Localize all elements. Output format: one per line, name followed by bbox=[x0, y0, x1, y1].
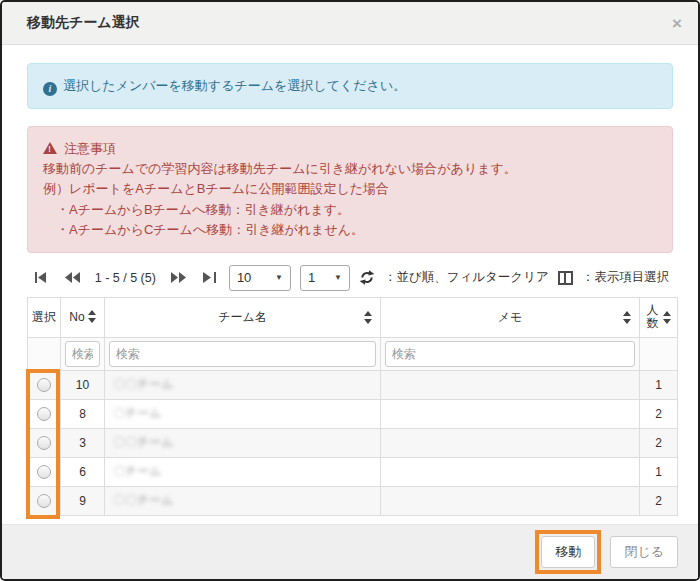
page-number-select[interactable]: 1 ▼ bbox=[300, 265, 350, 291]
team-radio[interactable] bbox=[37, 436, 51, 450]
warning-alert-line: ・AチームからCチームへ移動：引き継がれません。 bbox=[43, 220, 657, 240]
filter-cell-select bbox=[28, 337, 61, 370]
modal-footer: 移動 閉じる bbox=[2, 524, 698, 579]
no-cell: 10 bbox=[61, 370, 105, 399]
no-cell: 9 bbox=[61, 486, 105, 515]
count-cell: 2 bbox=[640, 399, 678, 428]
last-page-icon bbox=[203, 272, 216, 283]
table-row: 3 〇〇チーム 2 bbox=[28, 428, 678, 457]
close-button[interactable]: 閉じる bbox=[610, 536, 678, 568]
warning-alert-title: 注意事項 bbox=[64, 141, 116, 156]
warning-triangle-icon: ! bbox=[43, 142, 57, 154]
memo-cell bbox=[381, 428, 640, 457]
team-radio[interactable] bbox=[37, 465, 51, 479]
first-page-icon bbox=[35, 272, 48, 283]
column-select-label: ：表示項目選択 bbox=[582, 269, 670, 286]
chevron-down-icon: ▼ bbox=[275, 273, 283, 282]
first-page-button[interactable] bbox=[31, 270, 52, 285]
team-name-blurred: 〇〇チーム bbox=[113, 493, 174, 507]
count-cell: 2 bbox=[640, 486, 678, 515]
table-header-row: 選択 No チーム名 メモ 人数 bbox=[28, 297, 678, 337]
filter-cell-count bbox=[640, 337, 678, 370]
team-name-blurred: 〇チーム bbox=[113, 406, 162, 420]
no-filter-input[interactable] bbox=[65, 341, 100, 367]
filter-cell-team bbox=[105, 337, 381, 370]
filter-cell-no bbox=[61, 337, 105, 370]
count-cell: 1 bbox=[640, 370, 678, 399]
memo-filter-input[interactable] bbox=[385, 341, 635, 367]
next-page-button[interactable] bbox=[167, 270, 190, 285]
column-header-select: 選択 bbox=[28, 297, 61, 337]
column-select-button[interactable] bbox=[558, 271, 573, 285]
sort-filter-clear-label: ：並び順、フィルタークリア bbox=[384, 269, 549, 286]
team-radio[interactable] bbox=[37, 407, 51, 421]
table-filter-row bbox=[28, 337, 678, 370]
sort-icon bbox=[623, 311, 631, 324]
table-row: 8 〇チーム 2 bbox=[28, 399, 678, 428]
team-name-blurred: 〇〇チーム bbox=[113, 435, 174, 449]
team-select-modal: 移動先チーム選択 × i選択したメンバーを移動するチームを選択してください。 !… bbox=[0, 0, 700, 581]
memo-cell bbox=[381, 370, 640, 399]
team-filter-input[interactable] bbox=[109, 341, 376, 367]
team-name-blurred: 〇チーム bbox=[113, 464, 162, 478]
count-cell: 2 bbox=[640, 428, 678, 457]
no-cell: 6 bbox=[61, 457, 105, 486]
page-size-value: 10 bbox=[237, 270, 251, 285]
warning-alert: !注意事項 移動前のチームでの学習内容は移動先チームに引き継がれない場合がありま… bbox=[27, 126, 673, 253]
next-page-icon bbox=[171, 272, 186, 283]
filter-cell-memo bbox=[381, 337, 640, 370]
team-name-blurred: 〇〇チーム bbox=[113, 377, 174, 391]
info-circle-icon: i bbox=[43, 82, 57, 96]
no-cell: 8 bbox=[61, 399, 105, 428]
column-header-count[interactable]: 人数 bbox=[640, 297, 678, 337]
sort-icon bbox=[663, 311, 671, 324]
team-radio[interactable] bbox=[37, 494, 51, 508]
sort-icon bbox=[88, 310, 96, 323]
warning-alert-line: 例）レポートをAチームとBチームに公開範囲設定した場合 bbox=[43, 179, 657, 199]
modal-body: i選択したメンバーを移動するチームを選択してください。 !注意事項 移動前のチー… bbox=[2, 45, 698, 524]
chevron-down-icon: ▼ bbox=[334, 273, 342, 282]
table-row: 10 〇〇チーム 1 bbox=[28, 370, 678, 399]
team-table: 選択 No チーム名 メモ 人数 bbox=[27, 297, 678, 516]
warning-alert-line: ・AチームからBチームへ移動：引き継がれます。 bbox=[43, 200, 657, 220]
last-page-button[interactable] bbox=[199, 270, 220, 285]
table-row: 6 〇チーム 1 bbox=[28, 457, 678, 486]
prev-page-button[interactable] bbox=[61, 270, 84, 285]
no-cell: 3 bbox=[61, 428, 105, 457]
modal-title: 移動先チーム選択 bbox=[27, 14, 140, 32]
page-size-select[interactable]: 10 ▼ bbox=[229, 265, 291, 291]
refresh-icon bbox=[359, 270, 375, 285]
column-header-team[interactable]: チーム名 bbox=[105, 297, 381, 337]
warning-alert-title-row: !注意事項 bbox=[43, 139, 657, 159]
move-button[interactable]: 移動 bbox=[541, 536, 595, 568]
page-range-text: 1 - 5 / 5 (5) bbox=[95, 271, 156, 285]
columns-icon bbox=[558, 271, 573, 285]
prev-page-icon bbox=[65, 272, 80, 283]
sort-filter-clear-button[interactable] bbox=[359, 270, 375, 285]
team-table-wrapper: 選択 No チーム名 メモ 人数 bbox=[27, 297, 677, 516]
sort-icon bbox=[364, 311, 372, 324]
count-cell: 1 bbox=[640, 457, 678, 486]
pagination-bar: 1 - 5 / 5 (5) 10 ▼ 1 ▼ bbox=[27, 265, 673, 291]
memo-cell bbox=[381, 486, 640, 515]
modal-header: 移動先チーム選択 × bbox=[2, 2, 698, 45]
memo-cell bbox=[381, 399, 640, 428]
column-header-memo[interactable]: メモ bbox=[381, 297, 640, 337]
info-alert-text: 選択したメンバーを移動するチームを選択してください。 bbox=[63, 78, 406, 93]
info-alert: i選択したメンバーを移動するチームを選択してください。 bbox=[27, 63, 673, 109]
table-row: 9 〇〇チーム 2 bbox=[28, 486, 678, 515]
team-radio[interactable] bbox=[37, 378, 51, 392]
memo-cell bbox=[381, 457, 640, 486]
close-icon[interactable]: × bbox=[672, 15, 682, 32]
page-number-value: 1 bbox=[308, 270, 315, 285]
move-button-annotation-box: 移動 bbox=[535, 530, 601, 574]
warning-alert-line: 移動前のチームでの学習内容は移動先チームに引き継がれない場合があります。 bbox=[43, 159, 657, 179]
column-header-no[interactable]: No bbox=[61, 297, 105, 337]
